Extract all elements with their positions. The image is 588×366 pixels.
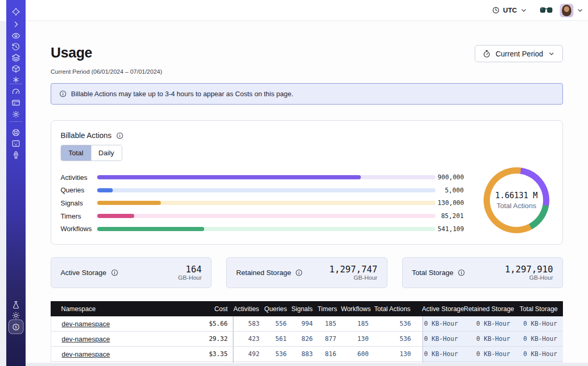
- value-cell: 185: [318, 320, 342, 327]
- support-lifebuoy-icon[interactable]: [11, 128, 20, 137]
- labs-flask-icon[interactable]: [11, 301, 20, 310]
- feedback-console-icon[interactable]: [11, 139, 20, 148]
- bar-value: 130,000: [438, 199, 464, 207]
- table-row: dev-namespace$5.665835569941851855360 KB…: [51, 316, 563, 331]
- value-cell: 0 KB-Hour: [516, 331, 563, 346]
- value-cell: 556: [265, 320, 292, 327]
- value-cell: 130: [342, 335, 374, 342]
- bar-label: Signals: [61, 199, 95, 207]
- nexus-asterisk-icon[interactable]: [11, 75, 20, 84]
- bar-row-workflows: Workflows541,109: [61, 222, 562, 235]
- main-content: Usage Current Period Current Period (06/…: [26, 21, 588, 366]
- bar-value: 85,201: [438, 212, 464, 220]
- column-header: Total Storage: [516, 305, 563, 313]
- bar-track: [97, 188, 436, 192]
- history-icon[interactable]: [11, 42, 20, 51]
- credits-coin-button[interactable]: $: [8, 319, 23, 334]
- cube-icon[interactable]: [11, 64, 20, 73]
- value-cell: 583: [233, 320, 265, 327]
- retained-storage-label: Retained Storage: [236, 269, 291, 277]
- theme-sun-icon[interactable]: [11, 311, 20, 320]
- timezone-selector[interactable]: UTC: [492, 6, 527, 14]
- bar-fill: [97, 175, 361, 179]
- active-storage-unit: GB-Hour: [178, 274, 202, 281]
- value-cell: 561: [265, 335, 292, 342]
- period-select-button[interactable]: Current Period: [475, 45, 563, 62]
- banner-text: Billable Actions may take up to 3-4 hour…: [71, 90, 293, 98]
- value-cell: 0 KB-Hour: [422, 331, 464, 346]
- rocket-icon[interactable]: [11, 151, 20, 159]
- info-icon[interactable]: [457, 269, 465, 277]
- bar-fill: [97, 201, 161, 205]
- column-header: Namespace: [51, 305, 184, 313]
- total-actions-donut: 1.66131 M Total Actions: [484, 167, 549, 233]
- bar-label: Timers: [61, 212, 95, 220]
- retained-storage-value: 1,297,747: [330, 265, 378, 275]
- total-storage-value: 1,297,910: [505, 265, 553, 275]
- layers-icon[interactable]: [11, 53, 20, 62]
- glasses-icon[interactable]: [540, 6, 552, 14]
- tab-daily[interactable]: Daily: [91, 145, 122, 161]
- settings-gear-icon[interactable]: [11, 110, 20, 119]
- stopwatch-icon: [483, 50, 491, 58]
- value-cell: 423: [233, 335, 265, 342]
- namespace-cell: dev-namespace: [51, 349, 184, 359]
- value-cell: 492: [233, 350, 265, 358]
- svg-text:$: $: [15, 325, 17, 329]
- column-header: Retained Storage: [464, 305, 516, 313]
- active-storage-value: 164: [178, 265, 202, 275]
- bar-row-activities: Activities900,000: [61, 171, 562, 184]
- info-icon[interactable]: [116, 132, 124, 140]
- total-storage-unit: GB-Hour: [505, 274, 553, 281]
- value-cell: 0 KB-Hour: [516, 316, 563, 331]
- table-row: dev-namespace29.324235618268771305360 KB…: [51, 331, 563, 347]
- column-header: Active Storage: [422, 305, 464, 313]
- info-icon: [59, 90, 67, 98]
- clock-icon: [492, 6, 500, 14]
- active-storage-label: Active Storage: [61, 269, 107, 277]
- column-header: Activities: [233, 305, 264, 313]
- usage-gauge-icon[interactable]: [11, 87, 20, 96]
- value-cell: 994: [292, 320, 318, 327]
- table-row: dev-namespace$3.354925368838166001300 KB…: [51, 347, 563, 362]
- info-icon[interactable]: [295, 269, 303, 277]
- namespace-link[interactable]: dev-namespace: [62, 350, 110, 358]
- namespace-cell: dev-namespace: [51, 319, 184, 328]
- usage-page: $ UTC Usage Current Period Current Perio…: [0, 0, 588, 366]
- value-cell: 0 KB-Hour: [516, 347, 563, 361]
- namespace-usage-table: NamespaceCostActivitiesQueriesSignalsTim…: [51, 301, 563, 366]
- sidebar-divider: [9, 121, 22, 122]
- bar-label: Workflows: [61, 225, 95, 233]
- value-cell: $3.35: [184, 347, 233, 361]
- value-cell: 816: [318, 350, 342, 358]
- temporal-logo-icon[interactable]: [11, 7, 20, 16]
- value-cell: 536: [374, 335, 422, 342]
- sidebar-divider: [9, 84, 22, 84]
- info-icon[interactable]: [111, 269, 119, 277]
- value-cell: 536: [265, 350, 292, 358]
- bar-value: 900,000: [438, 174, 464, 181]
- namespace-link[interactable]: dev-namespace: [62, 335, 110, 343]
- column-header: Timers: [317, 305, 341, 313]
- storage-summary-row: Active Storage 164 GB-Hour Retained Stor…: [51, 257, 563, 288]
- column-header: Total Actions: [373, 305, 422, 313]
- column-header: Queries: [264, 305, 291, 313]
- namespaces-eye-icon[interactable]: [11, 31, 20, 40]
- user-avatar[interactable]: [560, 4, 573, 17]
- timezone-label: UTC: [503, 6, 517, 14]
- value-cell: 0 KB-Hour: [464, 331, 516, 346]
- sidebar-expand-icon[interactable]: [11, 20, 20, 29]
- user-menu-chevron-icon[interactable]: [577, 7, 584, 14]
- value-cell: 130: [374, 350, 422, 358]
- value-cell: 883: [292, 350, 318, 358]
- bar-fill: [97, 227, 204, 231]
- value-cell: 185: [342, 320, 374, 327]
- namespace-link[interactable]: dev-namespace: [62, 320, 110, 328]
- retained-storage-card: Retained Storage 1,297,747 GB-Hour: [226, 257, 387, 288]
- value-cell: 877: [318, 335, 342, 342]
- billing-card-icon[interactable]: [11, 98, 20, 107]
- tab-total[interactable]: Total: [61, 145, 91, 161]
- bar-fill: [97, 214, 134, 218]
- bar-track: [97, 175, 436, 179]
- page-bottom-strip: [26, 363, 588, 366]
